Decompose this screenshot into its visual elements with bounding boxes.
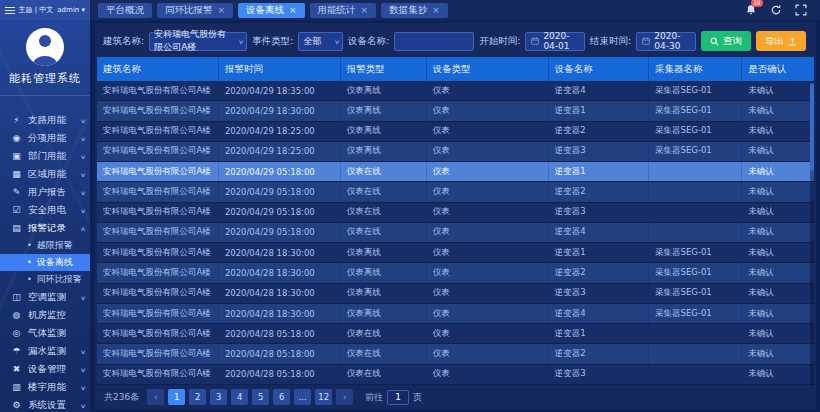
next-page-button[interactable]: › [336,389,353,405]
column-header-alarm: 报警类型 [341,57,427,81]
scrollbar-thumb[interactable] [810,83,814,171]
page-button-6[interactable]: 6 [273,389,290,405]
sidebar-subitem-6-2[interactable]: •同环比报警 [0,271,90,288]
cell-dtype: 仪表 [427,223,549,242]
refresh-icon[interactable] [769,4,782,17]
sidebar-item-2[interactable]: ▣部门用能∨ [0,147,90,165]
cell-alarm: 仪表在线 [341,365,427,384]
table-row[interactable]: 安科瑞电气股份有限公司A楼2020/04/29 05:18:00仪表在线仪表逆变… [97,162,814,182]
search-button[interactable]: 查询 [701,31,751,51]
export-button-label: 导出 [765,35,784,48]
export-button[interactable]: 导出 [756,31,806,51]
sidebar-item-9[interactable]: ◎气体监测 [0,324,90,342]
cell-collector [649,324,742,343]
sidebar-item-8[interactable]: ◍机房监控 [0,306,90,324]
calendar-icon [642,37,650,45]
locale-switcher[interactable]: 主题 | 中文 [19,5,54,15]
cell-alarm: 仪表离线 [341,304,427,323]
table-row[interactable]: 安科瑞电气股份有限公司A楼2020/04/28 05:18:00仪表在线仪表逆变… [97,344,814,364]
table-row[interactable]: 安科瑞电气股份有限公司A楼2020/04/28 18:30:00仪表离线仪表逆变… [97,304,814,324]
cell-dtype: 仪表 [427,344,549,363]
cell-collector: 采集器SEG-01 [649,101,742,120]
table-row[interactable]: 安科瑞电气股份有限公司A楼2020/04/28 18:30:00仪表离线仪表逆变… [97,243,814,263]
user-menu[interactable]: admin ▾ [57,6,85,14]
page-button-1[interactable]: 1 [168,389,185,405]
tab-close-icon[interactable]: × [289,6,297,15]
building-energy-icon: ▥ [11,382,22,392]
cell-dname: 逆变器4 [549,81,649,100]
cell-time: 2020/04/28 18:30:00 [219,243,341,262]
cell-building: 安科瑞电气股份有限公司A楼 [97,142,219,161]
sidebar-item-6[interactable]: ▤报警记录∧ [0,219,90,237]
sidebar-item-10[interactable]: ☂漏水监测∨ [0,342,90,360]
tab-2[interactable]: 设备离线× [238,3,305,18]
sidebar-item-13[interactable]: ⚙系统设置∨ [0,396,90,412]
sidebar-item-11[interactable]: ✖设备管理∨ [0,360,90,378]
table-row[interactable]: 安科瑞电气股份有限公司A楼2020/04/28 05:18:00仪表在线仪表逆变… [97,324,814,344]
table-row[interactable]: 安科瑞电气股份有限公司A楼2020/04/29 18:35:00仪表离线仪表逆变… [97,81,814,101]
prev-page-button[interactable]: ‹ [147,389,164,405]
hamburger-menu-icon[interactable] [5,7,15,14]
tab-close-icon[interactable]: × [432,6,440,15]
page-button-3[interactable]: 3 [210,389,227,405]
safe-power-icon: ☑ [11,205,22,215]
bullet-icon: • [27,275,32,284]
tab-close-icon[interactable]: × [361,6,369,15]
fullscreen-icon[interactable] [794,4,807,17]
cell-alarm: 仪表在线 [341,182,427,201]
sidebar-item-4[interactable]: ✎用户报告∨ [0,183,90,201]
page-button-...[interactable]: ... [294,389,311,405]
table-row[interactable]: 安科瑞电气股份有限公司A楼2020/04/28 05:18:00仪表在线仪表逆变… [97,365,814,385]
sidebar-item-12[interactable]: ▥楼宇用能∨ [0,378,90,396]
tab-4[interactable]: 数据集抄× [381,3,448,18]
table-row[interactable]: 安科瑞电气股份有限公司A楼2020/04/29 18:25:00仪表离线仪表逆变… [97,142,814,162]
column-header-collector: 采集器名称 [649,57,742,81]
pagination-bar: 共236条 ‹ 123456...12 › 前往 页 [95,385,816,409]
goto-page-input[interactable] [387,390,409,405]
sidebar-item-5[interactable]: ☑安全用电∨ [0,201,90,219]
goto-page-control: 前往 页 [365,390,422,405]
sidebar-item-1[interactable]: ◉分项用能∨ [0,129,90,147]
sidebar-subitem-6-0[interactable]: •越限报警 [0,237,90,254]
tab-0[interactable]: 平台概况 [98,3,152,18]
table-row[interactable]: 安科瑞电气股份有限公司A楼2020/04/29 05:18:00仪表在线仪表逆变… [97,203,814,223]
cell-building: 安科瑞电气股份有限公司A楼 [97,203,219,222]
tab-3[interactable]: 用能统计× [310,3,377,18]
sidebar-item-label: 系统设置 [28,399,66,412]
page-button-12[interactable]: 12 [315,389,332,405]
event-type-select[interactable]: 全部 ∨ [298,32,343,51]
device-name-input[interactable] [394,32,474,51]
sidebar-item-0[interactable]: ⚡支路用能∨ [0,111,90,129]
sidebar-item-7[interactable]: ◫空调监测∨ [0,288,90,306]
table-scrollbar[interactable] [810,81,814,385]
chevron-down-icon: ∨ [80,348,86,355]
cell-dname: 逆变器4 [549,223,649,242]
end-date-picker[interactable]: 2020-04-30 [636,32,696,51]
cell-building: 安科瑞电气股份有限公司A楼 [97,81,219,100]
table-row[interactable]: 安科瑞电气股份有限公司A楼2020/04/29 05:18:00仪表在线仪表逆变… [97,182,814,202]
notifications-bell-icon[interactable]: 38 [744,4,757,17]
bullet-icon: • [27,241,32,250]
goto-label: 前往 [365,391,383,404]
table-row[interactable]: 安科瑞电气股份有限公司A楼2020/04/28 18:30:00仪表离线仪表逆变… [97,284,814,304]
sidebar-subitem-6-1[interactable]: •设备离线 [0,254,90,271]
page-button-4[interactable]: 4 [231,389,248,405]
cell-building: 安科瑞电气股份有限公司A楼 [97,101,219,120]
table-row[interactable]: 安科瑞电气股份有限公司A楼2020/04/29 18:30:00仪表离线仪表逆变… [97,101,814,121]
page-button-5[interactable]: 5 [252,389,269,405]
total-count-label: 共236条 [104,391,139,404]
page-button-2[interactable]: 2 [189,389,206,405]
tab-1[interactable]: 同环比报警× [157,3,233,18]
table-row[interactable]: 安科瑞电气股份有限公司A楼2020/04/29 18:25:00仪表离线仪表逆变… [97,122,814,142]
cell-building: 安科瑞电气股份有限公司A楼 [97,263,219,282]
cell-collector [649,182,742,201]
start-date-picker[interactable]: 2020-04-01 [525,32,585,51]
cell-collector [649,162,742,181]
table-row[interactable]: 安科瑞电气股份有限公司A楼2020/04/28 18:30:00仪表离线仪表逆变… [97,263,814,283]
cell-dtype: 仪表 [427,243,549,262]
cell-building: 安科瑞电气股份有限公司A楼 [97,122,219,141]
building-select[interactable]: 安科瑞电气股份有限公司A楼 ∨ [149,32,247,51]
table-row[interactable]: 安科瑞电气股份有限公司A楼2020/04/29 05:18:00仪表在线仪表逆变… [97,223,814,243]
sidebar-item-3[interactable]: ▦区域用能∨ [0,165,90,183]
tab-close-icon[interactable]: × [218,6,226,15]
